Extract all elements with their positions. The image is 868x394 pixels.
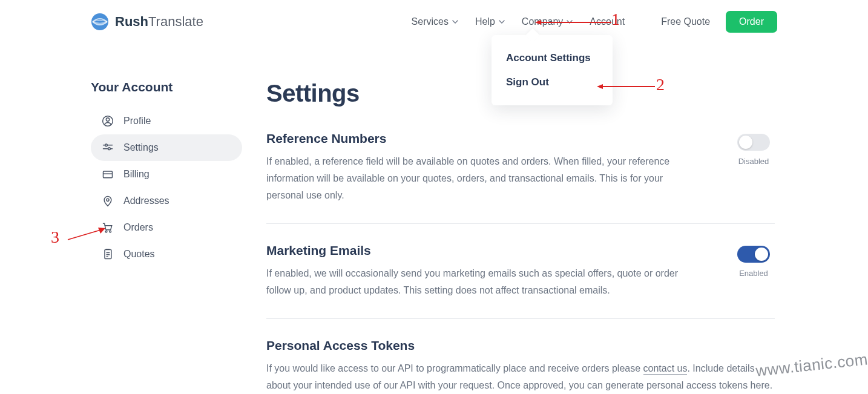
nav-services-label: Services	[412, 16, 449, 27]
header-right: Free Quote Order	[661, 11, 777, 33]
sidebar-item-orders[interactable]: Orders	[91, 214, 242, 241]
contact-us-link[interactable]: contact us	[643, 363, 688, 375]
sidebar-item-quotes[interactable]: Quotes	[91, 241, 242, 268]
header: RushTranslate Services Help Company Acco…	[0, 0, 868, 44]
logo[interactable]: RushTranslate	[91, 13, 203, 31]
sidebar-item-billing[interactable]: Billing	[91, 161, 242, 188]
profile-icon	[102, 115, 114, 127]
logo-text: RushTranslate	[115, 14, 203, 30]
dropdown-account-settings[interactable]: Account Settings	[492, 46, 613, 70]
section-title: Reference Numbers	[266, 131, 684, 146]
account-dropdown: Account Settings Sign Out	[492, 35, 613, 105]
nav-help-label: Help	[475, 16, 495, 27]
section-desc: If enabled, we will occasionally send yo…	[266, 265, 684, 299]
section-desc: If enabled, a reference field will be av…	[266, 153, 684, 204]
settings-icon	[102, 142, 114, 154]
svg-point-15	[107, 199, 109, 201]
nav: Services Help Company Account	[412, 16, 625, 27]
sidebar-item-label: Orders	[123, 222, 153, 233]
nav-account-label: Account	[590, 16, 625, 27]
sidebar-item-label: Profile	[123, 116, 151, 126]
quotes-icon	[102, 248, 114, 260]
reference-toggle[interactable]	[737, 134, 770, 151]
nav-company[interactable]: Company	[522, 16, 573, 27]
nav-services[interactable]: Services	[412, 16, 458, 27]
logo-icon	[91, 13, 109, 31]
section-reference-numbers: Reference Numbers If enabled, a referenc…	[266, 131, 775, 224]
svg-point-0	[91, 13, 108, 30]
svg-rect-13	[104, 171, 113, 178]
order-button[interactable]: Order	[726, 11, 777, 33]
free-quote-link[interactable]: Free Quote	[661, 16, 710, 27]
nav-company-label: Company	[522, 16, 563, 27]
section-title: Personal Access Tokens	[266, 338, 775, 353]
svg-rect-18	[105, 250, 111, 259]
toggle-label: Disabled	[738, 157, 769, 166]
nav-help[interactable]: Help	[475, 16, 505, 27]
sidebar-item-profile[interactable]: Profile	[91, 108, 242, 134]
sidebar-item-addresses[interactable]: Addresses	[91, 188, 242, 214]
chevron-down-icon	[567, 19, 573, 25]
svg-point-17	[110, 231, 111, 232]
section-title: Marketing Emails	[266, 243, 684, 258]
sidebar-item-label: Quotes	[123, 249, 155, 260]
chevron-down-icon	[452, 19, 458, 25]
dropdown-sign-out[interactable]: Sign Out	[492, 70, 613, 94]
orders-icon	[102, 222, 114, 234]
sidebar-item-settings[interactable]: Settings	[91, 134, 242, 161]
sidebar: Your Account Profile Settings	[91, 80, 242, 394]
desc-pre: If you would like access to our API to p…	[266, 363, 643, 373]
sidebar-item-label: Settings	[123, 142, 159, 153]
chevron-down-icon	[499, 19, 505, 25]
billing-icon	[102, 168, 114, 180]
addresses-icon	[102, 195, 114, 207]
main: Your Account Profile Settings	[0, 80, 868, 394]
sidebar-item-label: Addresses	[123, 195, 169, 206]
sidebar-item-label: Billing	[123, 169, 150, 180]
marketing-toggle[interactable]	[737, 246, 770, 263]
svg-point-10	[105, 144, 108, 146]
nav-account[interactable]: Account	[590, 16, 625, 27]
section-personal-access-tokens: Personal Access Tokens If you would like…	[266, 338, 775, 394]
svg-point-12	[108, 148, 111, 150]
section-desc: If you would like access to our API to p…	[266, 360, 775, 394]
svg-point-8	[106, 118, 109, 121]
content: Settings Reference Numbers If enabled, a…	[266, 80, 775, 394]
section-marketing-emails: Marketing Emails If enabled, we will occ…	[266, 243, 775, 319]
toggle-label: Enabled	[739, 269, 768, 278]
sidebar-title: Your Account	[91, 80, 242, 94]
svg-point-16	[105, 231, 107, 232]
